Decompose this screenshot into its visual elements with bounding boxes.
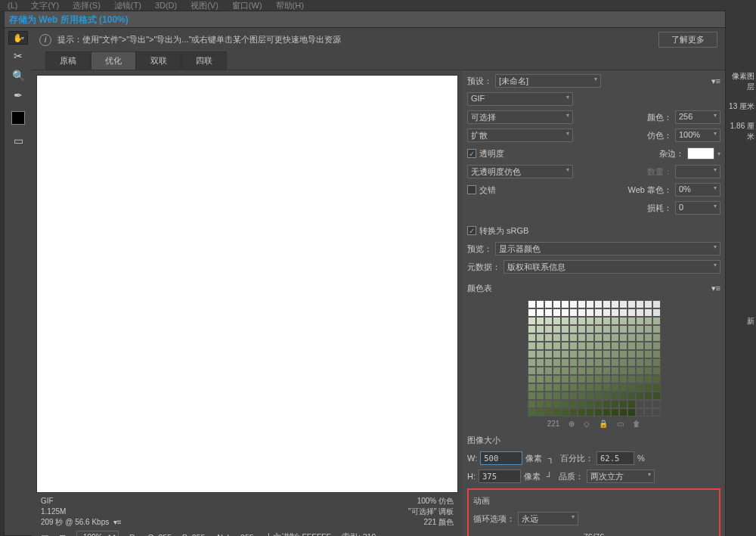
metadata-select[interactable]: 版权和联系信息 <box>503 260 720 274</box>
preview-profile-label: 预览： <box>467 243 492 255</box>
tab-optimized[interactable]: 优化 <box>91 51 136 70</box>
slice-visibility-icon[interactable]: ▭ <box>8 132 28 149</box>
interlace-checkbox[interactable] <box>467 185 476 194</box>
save-for-web-dialog: 存储为 Web 所用格式 (100%) ✋ ✂ 🔍 ✒ ▭ i 提示：使用"文件… <box>4 11 726 536</box>
palette-icon[interactable]: ▭ <box>617 420 624 428</box>
hint-bar: i 提示：使用"文件">"导出">"导出为..."或右键单击某个图层可更快速地导… <box>32 28 725 51</box>
width-label: W: <box>467 454 477 463</box>
matte-label: 杂边： <box>659 148 684 160</box>
amount-input <box>675 165 720 178</box>
menu-icon[interactable]: ▾≡ <box>711 76 720 86</box>
preview-dither-info: 100% 仿色 <box>408 496 454 507</box>
websnap-select[interactable]: 0% <box>675 183 720 197</box>
status-g: G: 255 <box>148 533 172 537</box>
srgb-checkbox[interactable] <box>467 226 476 235</box>
eyedropper-tool-icon[interactable]: ✒ <box>8 87 28 104</box>
status-r: R: <box>129 533 138 537</box>
animation-label: 动画 <box>473 495 490 507</box>
palette-icon[interactable]: 🔒 <box>599 420 608 428</box>
lossy-label: 损耗： <box>647 203 672 214</box>
loop-select[interactable]: 永远 <box>518 512 578 525</box>
frame-counter: 76/76 <box>584 532 605 536</box>
zoom-tool-icon[interactable]: 🔍 <box>8 67 28 84</box>
tab-original[interactable]: 原稿 <box>45 51 91 70</box>
websnap-label: Web 靠色： <box>628 184 672 196</box>
lossy-select[interactable]: 0 <box>675 201 720 215</box>
menu-item[interactable]: 视图(V) <box>191 0 218 11</box>
menu-icon[interactable]: ▾≡ <box>711 283 720 293</box>
preview-area: GIF 1.125M 209 秒 @ 56.6 Kbps ▾≡ 100% 仿色 … <box>32 70 463 536</box>
preview-filesize: 1.125M <box>41 507 408 517</box>
toggle-icon[interactable]: ⊞ <box>59 533 66 537</box>
preset-label: 预设： <box>467 76 492 87</box>
preview-tabs: 原稿 优化 双联 四联 <box>32 51 725 70</box>
preset-select[interactable]: [未命名] <box>495 74 601 88</box>
learn-more-button[interactable]: 了解更多 <box>658 32 717 48</box>
preview-format: GIF <box>41 496 408 507</box>
image-size-label: 图像大小 <box>467 435 500 446</box>
height-input[interactable] <box>479 469 521 483</box>
status-b: B: 255 <box>182 533 205 537</box>
info-icon: i <box>39 34 51 46</box>
transparency-label: 透明度 <box>479 148 504 160</box>
palette-icon[interactable]: ◇ <box>584 420 590 428</box>
preview-time: 209 秒 @ 56.6 Kbps <box>41 518 109 526</box>
colors-select[interactable]: 256 <box>675 110 720 124</box>
tool-column: ✋ ✂ 🔍 ✒ ▭ <box>5 28 32 535</box>
quality-select[interactable]: 两次立方 <box>587 469 655 483</box>
dialog-title: 存储为 Web 所用格式 (100%) <box>5 11 725 28</box>
matte-swatch[interactable] <box>687 147 714 160</box>
menu-item[interactable]: 文字(Y) <box>31 0 59 11</box>
hint-text: 提示：使用"文件">"导出">"导出为..."或右键单击某个图层可更快速地导出资… <box>57 34 341 45</box>
preview-profile-select[interactable]: 显示器颜色 <box>495 242 720 256</box>
background-panel: 像素图层 13 厘米 1.86 厘米 新 <box>726 11 756 536</box>
menu-item[interactable]: 滤镜(T) <box>114 0 141 11</box>
color-swatch[interactable] <box>11 111 25 125</box>
px-label: 像素 <box>525 453 542 464</box>
palette-icon[interactable]: ⊕ <box>569 420 575 428</box>
dither-method-select[interactable]: 扩散 <box>467 129 573 142</box>
transparency-checkbox[interactable] <box>467 149 476 158</box>
app-menu: (L) 文字(Y) 选择(S) 滤镜(T) 3D(D) 视图(V) 窗口(W) … <box>0 0 756 11</box>
status-alpha: Alpha: 255 <box>215 533 253 537</box>
color-table-label: 颜色表 <box>467 283 492 294</box>
trash-icon[interactable]: 🗑 <box>633 420 640 428</box>
menu-item[interactable]: 窗口(W) <box>232 0 262 11</box>
quality-label: 品质： <box>559 471 584 482</box>
dither-select[interactable]: 100% <box>675 129 720 142</box>
menu-item[interactable]: 3D(D) <box>155 1 177 10</box>
menu-item[interactable]: 选择(S) <box>73 0 101 11</box>
srgb-label: 转换为 sRGB <box>479 225 528 237</box>
color-count: 221 <box>547 420 560 428</box>
colors-label: 颜色： <box>647 112 672 123</box>
preview-canvas[interactable] <box>36 75 458 493</box>
status-hex: 十六进制: FFFFFF <box>265 532 331 537</box>
metadata-label: 元数据： <box>467 262 500 273</box>
percent-input[interactable] <box>596 451 634 465</box>
menu-item[interactable]: 帮助(H) <box>276 0 304 11</box>
animation-section: 动画 循环选项： 永远 76/76 <box>467 488 720 536</box>
percent-label: 百分比： <box>560 453 593 464</box>
loop-label: 循环选项： <box>473 513 515 525</box>
dither-label: 仿色： <box>647 130 672 141</box>
reduction-select[interactable]: 可选择 <box>467 110 573 124</box>
options-panel: 预设： [未命名] ▾≡ GIF 可选择 颜色： 256 扩散 仿色： <box>463 70 725 536</box>
tab-2up[interactable]: 双联 <box>136 51 181 70</box>
trans-dither-select[interactable]: 无透明度仿色 <box>467 165 573 178</box>
status-bar: ▣ ⊞ 100% R: G: 255 B: 255 Alpha: 255 十六进… <box>35 529 460 536</box>
format-select[interactable]: GIF <box>467 92 573 106</box>
color-table[interactable] <box>528 300 661 417</box>
preview-palette-info: "可选择" 调板 <box>408 507 454 517</box>
tab-4up[interactable]: 四联 <box>181 51 227 70</box>
zoom-select[interactable]: 100% <box>76 531 119 536</box>
preview-colors-info: 221 颜色 <box>408 517 454 528</box>
status-index: 索引: 219 <box>342 532 376 537</box>
width-input[interactable] <box>480 451 522 465</box>
interlace-label: 交错 <box>479 184 496 196</box>
toggle-icon[interactable]: ▣ <box>41 533 48 537</box>
slice-tool-icon[interactable]: ✂ <box>8 48 28 64</box>
menu-item[interactable]: (L) <box>8 1 17 10</box>
height-label: H: <box>467 472 476 481</box>
hand-tool-icon[interactable]: ✋ <box>8 31 28 45</box>
amount-label: 数量： <box>647 166 672 178</box>
